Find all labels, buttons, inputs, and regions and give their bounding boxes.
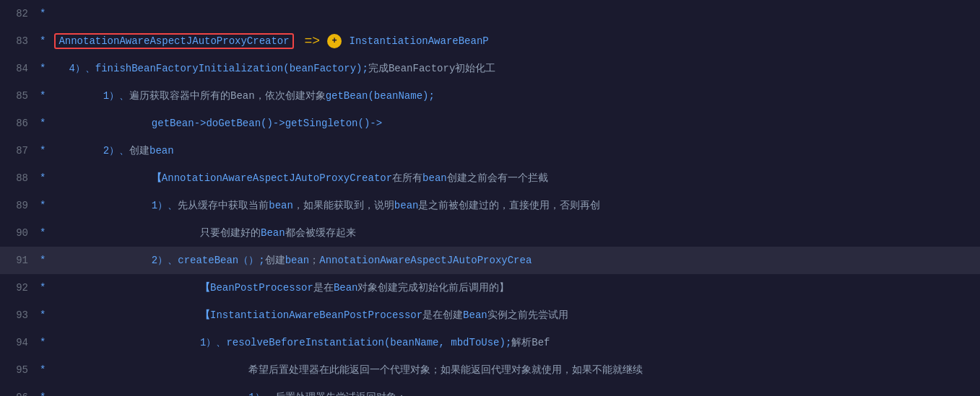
code-line-87: 87 * 2）、 创建 bean xyxy=(0,137,980,164)
line-number-83: 83 xyxy=(0,35,40,47)
line-content-90: 只要创建好的 Bean 都会被缓存起来 xyxy=(54,226,355,239)
line-content-96: 1）、 后置处理器先尝试返回对象； xyxy=(54,391,406,396)
star-86: * xyxy=(40,118,45,129)
text-93: InstantiationAwareBeanPostProcessor xyxy=(210,309,422,321)
comment-90: 只要创建好的 xyxy=(200,226,261,239)
text-89b: bean xyxy=(269,200,293,211)
line-content-85: 1）、 遍历获取容器中所有的Bean，依次创建对象 getBean(beanNa… xyxy=(54,89,434,102)
line-number-89: 89 xyxy=(0,200,40,211)
comment-84: 完成BeanFactory初始化工 xyxy=(368,62,495,75)
line-number-85: 85 xyxy=(0,90,40,102)
comment-93b: 实例之前先尝试用 xyxy=(487,309,568,322)
text-92: BeanPostProcessor xyxy=(210,282,313,294)
code-line-91: 91 * 2）、createBean（）; 创建 bean ； Annotati… xyxy=(0,247,980,274)
comment-88: 在所有 xyxy=(392,172,422,185)
bracket-93a: 【 xyxy=(200,309,210,322)
code-line-86: 86 * getBean->doGetBean()->getSingleton(… xyxy=(0,110,980,137)
star-94: * xyxy=(40,337,45,348)
line-content-87: 2）、 创建 bean xyxy=(54,144,173,157)
star-87: * xyxy=(40,145,45,157)
text-94a: 1）、resolveBeforeInstantiation(beanName, … xyxy=(200,336,511,349)
line-content-92: 【 BeanPostProcessor 是在 Bean 对象创建完成初始化前后调… xyxy=(54,281,509,294)
star-91: * xyxy=(40,255,45,266)
text-88: AnnotationAwareAspectJAutoProxyCreator xyxy=(162,172,392,184)
text-91a: 2）、createBean（）; xyxy=(152,254,265,267)
star-88: * xyxy=(40,172,45,184)
comment-88b: 创建之前会有一个拦截 xyxy=(447,172,548,185)
comment-91b: ； xyxy=(309,254,319,267)
star-83: * xyxy=(40,35,45,47)
text-92b: Bean xyxy=(334,282,358,294)
star-96: * xyxy=(40,392,45,396)
text-93b: Bean xyxy=(463,309,487,321)
text-89a: 1）、 xyxy=(152,199,178,212)
text-86: getBean->doGetBean()->getSingleton()-> xyxy=(152,118,382,129)
comment-90b: 都会被缓存起来 xyxy=(285,226,356,239)
line-number-82: 82 xyxy=(0,8,40,19)
comment-89a: 先从缓存中获取当前 xyxy=(178,199,269,212)
comment-89c: 是之前被创建过的，直接使用，否则再创 xyxy=(418,199,600,212)
star-93: * xyxy=(40,309,45,321)
line-number-84: 84 xyxy=(0,63,40,74)
line-number-96: 96 xyxy=(0,392,40,396)
line-content-89: 1）、 先从缓存中获取当前 bean ，如果能获取到，说明 bean 是之前被创… xyxy=(54,199,600,212)
comment-95: 希望后置处理器在此能返回一个代理对象；如果能返回代理对象就使用，如果不能就继续 xyxy=(248,364,643,377)
line-number-86: 86 xyxy=(0,118,40,129)
text-96a: 1）、 xyxy=(248,391,274,396)
code-line-90: 90 * 只要创建好的 Bean 都会被缓存起来 xyxy=(0,219,980,247)
star-84: * xyxy=(40,63,45,74)
line-number-95: 95 xyxy=(0,364,40,376)
star-82: * xyxy=(40,8,45,19)
comment-87: 创建 xyxy=(129,144,149,157)
line-content-86: getBean->doGetBean()->getSingleton()-> xyxy=(54,118,382,129)
line-content-88: 【 AnnotationAwareAspectJAutoProxyCreator… xyxy=(54,172,547,185)
comment-96: 后置处理器先尝试返回对象； xyxy=(275,391,407,396)
instantiation-text-83: InstantiationAwareBeanP xyxy=(343,35,489,47)
bracket-92a: 【 xyxy=(200,281,210,294)
code-line-94: 94 * 1）、resolveBeforeInstantiation(beanN… xyxy=(0,329,980,356)
code-line-92: 92 * 【 BeanPostProcessor 是在 Bean 对象创建完成初… xyxy=(0,274,980,302)
text-87a: 2）、 xyxy=(103,144,129,157)
comment-92: 是在 xyxy=(313,281,334,294)
code-line-88: 88 * 【 AnnotationAwareAspectJAutoProxyCr… xyxy=(0,164,980,192)
line-content-95: 希望后置处理器在此能返回一个代理对象；如果能返回代理对象就使用，如果不能就继续 xyxy=(54,364,643,377)
code-line-95: 95 * 希望后置处理器在此能返回一个代理对象；如果能返回代理对象就使用，如果不… xyxy=(0,356,980,384)
line-number-94: 94 xyxy=(0,337,40,348)
line-number-91: 91 xyxy=(0,255,40,266)
comment-92b: 对象创建完成初始化前后调用的】 xyxy=(357,281,509,294)
line-number-88: 88 xyxy=(0,172,40,184)
comment-89b: ，如果能获取到，说明 xyxy=(293,199,394,212)
code-line-82: 82 * xyxy=(0,0,980,27)
line-content-91: 2）、createBean（）; 创建 bean ； AnnotationAwa… xyxy=(54,254,532,267)
text-84: 4）、finishBeanFactoryInitialization(beanF… xyxy=(69,62,368,75)
annotation-class-name: AnnotationAwareAspectJAutoProxyCreator xyxy=(58,35,289,47)
line-number-90: 90 xyxy=(0,227,40,239)
line-number-92: 92 xyxy=(0,282,40,294)
line-content-84: 4）、finishBeanFactoryInitialization(beanF… xyxy=(54,62,495,75)
text-90: Bean xyxy=(261,227,285,239)
code-line-93: 93 * 【 InstantiationAwareBeanPostProcess… xyxy=(0,302,980,329)
comment-94: 解析Bef xyxy=(511,336,550,349)
line-number-87: 87 xyxy=(0,145,40,157)
star-85: * xyxy=(40,90,45,102)
star-92: * xyxy=(40,282,45,294)
comment-91: 创建 xyxy=(265,254,285,267)
arrow-indicator-83: + xyxy=(327,34,342,48)
text-91c: AnnotationAwareAspectJAutoProxyCrea xyxy=(319,255,532,266)
line-content-83: AnnotationAwareAspectJAutoProxyCreator =… xyxy=(54,33,488,49)
annotation-highlight-box: AnnotationAwareAspectJAutoProxyCreator xyxy=(54,33,293,49)
comment-85a: 遍历获取容器中所有的Bean，依次创建对象 xyxy=(129,89,326,102)
bracket-88a: 【 xyxy=(152,172,162,185)
text-89c: bean xyxy=(394,200,419,211)
line-content-94: 1）、resolveBeforeInstantiation(beanName, … xyxy=(54,336,550,349)
code-viewer: 82 * 83 * AnnotationAwareAspectJAutoProx… xyxy=(0,0,980,396)
star-89: * xyxy=(40,200,45,211)
code-line-85: 85 * 1）、 遍历获取容器中所有的Bean，依次创建对象 getBean(b… xyxy=(0,82,980,110)
arrow-right-83: => xyxy=(297,34,320,48)
code-line-89: 89 * 1）、 先从缓存中获取当前 bean ，如果能获取到，说明 bean … xyxy=(0,192,980,219)
text-91b: bean xyxy=(285,255,310,266)
star-90: * xyxy=(40,227,45,239)
code-line-83: 83 * AnnotationAwareAspectJAutoProxyCrea… xyxy=(0,27,980,55)
text-85a: 1）、 xyxy=(103,89,129,102)
comment-93: 是在创建 xyxy=(422,309,463,322)
